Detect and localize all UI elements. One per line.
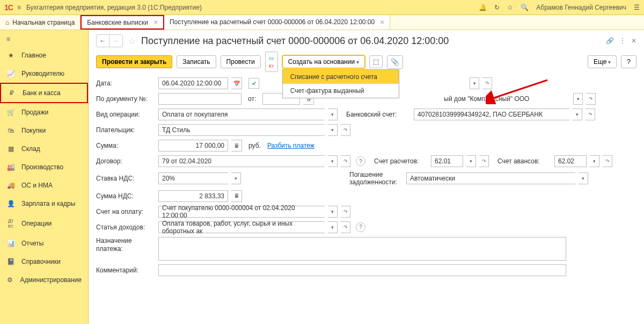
user-name[interactable]: Абрамов Геннадий Сергеевич xyxy=(536,4,626,11)
open-button[interactable]: ↷ xyxy=(341,155,350,167)
dropdown-button[interactable]: ▾ xyxy=(328,124,338,136)
nav-back-button[interactable]: ← xyxy=(97,35,109,47)
menu-item-invoice[interactable]: Счет-фактура выданный xyxy=(283,84,399,98)
nav-arrows: ← → xyxy=(96,34,123,47)
sidebar-item-assets[interactable]: 🚚ОС и НМА xyxy=(0,176,88,195)
open-button[interactable]: ↷ xyxy=(603,155,612,167)
settle-input[interactable]: 62.01 xyxy=(431,155,463,167)
open-button[interactable]: ↷ xyxy=(341,206,350,218)
ruble-icon: ₽ xyxy=(8,89,16,97)
sidebar-toggle-icon[interactable]: ≡ xyxy=(0,32,88,46)
post-button[interactable]: Провести xyxy=(221,55,261,68)
create-on-basis-button[interactable]: Создать на основании xyxy=(282,55,365,68)
calculator-icon[interactable]: 🖩 xyxy=(231,190,242,202)
label-operation: Вид операции: xyxy=(96,111,155,118)
label-settle: Счет расчетов: xyxy=(374,157,428,165)
sidebar-item-sales[interactable]: 🛒Продажи xyxy=(0,103,88,121)
dropdown-button[interactable]: ▾ xyxy=(573,93,583,105)
calendar-icon[interactable]: 📅 xyxy=(231,77,242,89)
star-icon[interactable]: ☆ xyxy=(507,4,513,11)
close-icon[interactable]: ✕ xyxy=(380,19,384,25)
favorite-icon[interactable]: ☆ xyxy=(128,36,136,46)
tab-home[interactable]: ⌂ Начальная страница xyxy=(0,15,80,30)
more-button[interactable]: Еще xyxy=(588,55,617,68)
app-logo: 1C xyxy=(4,3,13,12)
label-payer: Плательщик: xyxy=(96,126,155,134)
dropdown-button[interactable]: ▾ xyxy=(328,155,338,167)
basket-icon: 🛍 xyxy=(6,127,15,134)
open-button[interactable]: ↷ xyxy=(586,109,595,120)
purpose-textarea[interactable] xyxy=(158,237,566,261)
dropdown-button[interactable]: ▾ xyxy=(590,155,599,167)
dropdown-button[interactable]: ▾ xyxy=(328,109,338,120)
sidebar-item-production[interactable]: 🏭Производство xyxy=(0,158,88,176)
attach-button[interactable]: 📎 xyxy=(387,55,403,69)
close-icon[interactable]: ✕ xyxy=(631,37,636,45)
debt-input[interactable]: Автоматически xyxy=(406,172,575,184)
nav-forward-button[interactable]: → xyxy=(109,35,122,47)
invoice-input[interactable]: Счет покупателю 0000-000004 от 02.04.202… xyxy=(158,206,325,218)
sidebar-item-operations[interactable]: ДтКтОперации xyxy=(0,213,88,234)
dropdown-button[interactable]: ▾ xyxy=(231,172,241,184)
payer-input[interactable]: ТД Стиль xyxy=(158,124,325,136)
structure-button[interactable]: ⬚ xyxy=(369,55,383,68)
advance-input[interactable]: 62.02 xyxy=(554,155,587,167)
sidebar-item-catalogs[interactable]: 📓Справочники xyxy=(0,253,88,271)
split-payment-link[interactable]: Разбить платеж xyxy=(267,142,314,149)
sidebar-item-reports[interactable]: 📊Отчеты xyxy=(0,234,88,253)
menu-item-writeoff[interactable]: Списание с расчетного счета xyxy=(283,70,399,84)
tab-document[interactable]: Поступление на расчетный счет 0000-00000… xyxy=(164,15,390,30)
open-button[interactable]: ↷ xyxy=(586,93,596,105)
dropdown-button[interactable]: ▾ xyxy=(573,109,582,120)
comment-input[interactable] xyxy=(158,264,566,276)
close-icon[interactable]: ✕ xyxy=(153,19,158,25)
star-icon: ★ xyxy=(6,52,15,59)
sum-input[interactable]: 17 000,00 xyxy=(158,140,228,152)
open-button[interactable]: ↷ xyxy=(479,155,489,167)
sidebar-item-purchases[interactable]: 🛍Покупки xyxy=(0,121,88,140)
label-purpose: Назначение платежа: xyxy=(96,237,155,254)
tab-doc-label: Поступление на расчетный счет 0000-00000… xyxy=(170,18,375,26)
dtkt-button[interactable]: АтКт xyxy=(265,52,278,72)
open-button[interactable]: ↷ xyxy=(482,77,492,89)
help-icon[interactable]: ? xyxy=(356,222,365,232)
sidebar-item-admin[interactable]: ⚙Администрирование xyxy=(0,271,88,289)
help-icon[interactable]: ? xyxy=(356,156,365,166)
label-invoice: Счет на оплату: xyxy=(96,208,155,215)
help-button[interactable]: ? xyxy=(621,55,636,68)
menu-icon[interactable]: ≡ xyxy=(17,4,21,11)
operation-input[interactable]: Оплата от покупателя xyxy=(158,109,325,120)
status-icon[interactable]: ✔ xyxy=(248,78,259,89)
sidebar-item-manager[interactable]: 📈Руководителю xyxy=(0,64,88,83)
tab-bank-statements[interactable]: Банковские выписки ✕ xyxy=(80,15,164,30)
dropdown-button[interactable]: ▾ xyxy=(328,221,338,233)
income-input[interactable]: Оплата товаров, работ, услуг, сырья и ин… xyxy=(158,221,325,233)
paperclip-icon: 📎 xyxy=(391,58,399,66)
sidebar-item-hr[interactable]: 👤Зарплата и кадры xyxy=(0,195,88,213)
calculator-icon[interactable]: 🖩 xyxy=(231,140,242,152)
history-icon[interactable]: ↻ xyxy=(494,4,500,11)
app-title: Бухгалтерия предприятия, редакция 3.0 (1… xyxy=(26,4,479,11)
vat-sum-input[interactable]: 2 833,33 xyxy=(158,190,228,202)
dropdown-button[interactable]: ▾ xyxy=(470,77,479,89)
sidebar-item-bank-cash[interactable]: ₽Банк и касса xyxy=(0,83,88,103)
bank-account-input[interactable]: 40702810399994349242, ПАО СБЕРБАНК xyxy=(414,109,569,120)
date-input[interactable]: 06.04.2020 12:00:00 xyxy=(158,77,228,89)
sidebar-item-warehouse[interactable]: ▦Склад xyxy=(0,140,88,158)
user-dropdown-icon[interactable]: ☰ xyxy=(634,4,640,11)
dropdown-button[interactable]: ▾ xyxy=(466,155,476,167)
dropdown-button[interactable]: ▾ xyxy=(328,206,338,218)
search-icon[interactable]: 🔍 xyxy=(521,4,529,11)
dropdown-button[interactable]: ▾ xyxy=(579,172,588,184)
open-button[interactable]: ↷ xyxy=(341,124,350,136)
sidebar-item-main[interactable]: ★Главное xyxy=(0,46,88,64)
post-close-button[interactable]: Провести и закрыть xyxy=(96,55,172,68)
bell-icon[interactable]: 🔔 xyxy=(479,4,487,11)
link-icon[interactable]: 🔗 xyxy=(606,37,614,45)
open-button[interactable]: ↷ xyxy=(341,221,350,233)
contract-input[interactable]: 79 от 02.04.2020 xyxy=(158,155,325,167)
vat-rate-input[interactable]: 20% xyxy=(158,172,228,184)
more-icon[interactable]: ⋮ xyxy=(619,37,626,45)
write-button[interactable]: Записать xyxy=(177,55,216,68)
docnum-input[interactable] xyxy=(158,93,241,105)
